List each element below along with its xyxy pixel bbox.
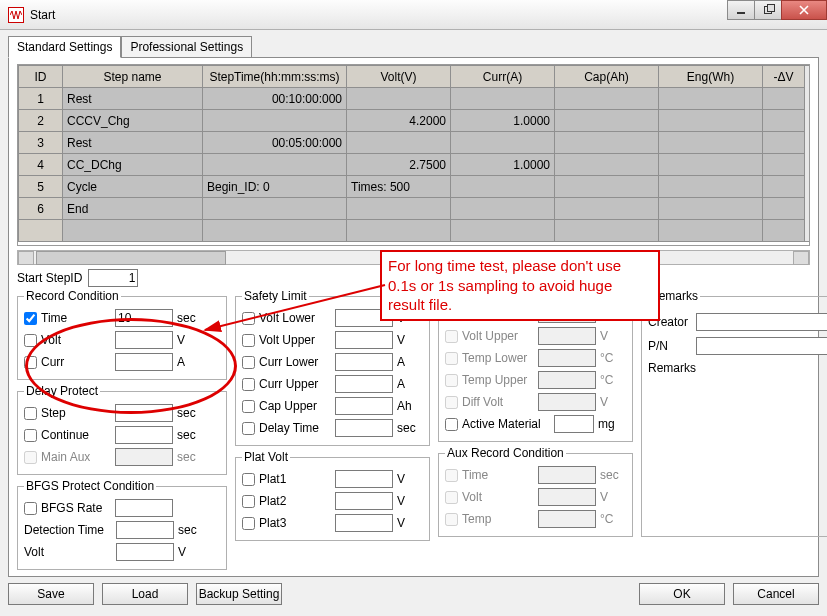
table-row xyxy=(19,220,811,242)
col-stepname[interactable]: Step name xyxy=(63,66,203,88)
load-button[interactable]: Load xyxy=(102,583,188,605)
plat-volt-group: Plat Volt Plat1V Plat2V Plat3V xyxy=(235,450,430,541)
record-curr-input[interactable] xyxy=(115,353,173,371)
aux-record-group: Aux Record Condition Timesec VoltV Temp°… xyxy=(438,446,633,537)
delay-mainaux-check xyxy=(24,451,37,464)
safety-voltupper-check[interactable] xyxy=(242,334,255,347)
pn-input[interactable] xyxy=(696,337,827,355)
record-time-input[interactable] xyxy=(115,309,173,327)
record-curr-check[interactable] xyxy=(24,356,37,369)
table-row: 1Rest00:10:00:000 xyxy=(19,88,811,110)
client-area: Standard Settings Professional Settings … xyxy=(0,30,827,616)
safety-currlower-input[interactable] xyxy=(335,353,393,371)
backup-setting-button[interactable]: Backup Setting xyxy=(196,583,282,605)
safety-capupper-check[interactable] xyxy=(242,400,255,413)
table-row: 3Rest00:05:00:000 xyxy=(19,132,811,154)
col-dv[interactable]: -ΔV xyxy=(763,66,805,88)
table-row: 6End xyxy=(19,198,811,220)
plat2-input[interactable] xyxy=(335,492,393,510)
record-condition-group: Record Condition Timesec VoltV CurrA xyxy=(17,289,227,380)
safety2-diffvolt-input xyxy=(538,393,596,411)
safety2-templower-check xyxy=(445,352,458,365)
maximize-button[interactable] xyxy=(754,0,782,20)
creator-input[interactable] xyxy=(696,313,827,331)
col-steptime[interactable]: StepTime(hh:mm:ss:ms) xyxy=(203,66,347,88)
tab-professional-settings[interactable]: Professional Settings xyxy=(121,36,252,58)
active-material-input[interactable] xyxy=(554,415,594,433)
safety2-voltupper-input xyxy=(538,327,596,345)
plat2-check[interactable] xyxy=(242,495,255,508)
col-id[interactable]: ID xyxy=(19,66,63,88)
start-stepid-input[interactable] xyxy=(88,269,138,287)
app-icon xyxy=(8,7,24,23)
minimize-button[interactable] xyxy=(727,0,755,20)
plat3-check[interactable] xyxy=(242,517,255,530)
active-material-check[interactable] xyxy=(445,418,458,431)
record-volt-check[interactable] xyxy=(24,334,37,347)
table-row: 2CCCV_Chg4.20001.0000 xyxy=(19,110,811,132)
titlebar: Start xyxy=(0,0,827,30)
aux-time-check xyxy=(445,469,458,482)
col-volt[interactable]: Volt(V) xyxy=(347,66,451,88)
start-stepid-label: Start StepID xyxy=(17,271,82,285)
record-volt-input[interactable] xyxy=(115,331,173,349)
delay-protect-group: Delay Protect Stepsec Continuesec Main A… xyxy=(17,384,227,475)
vertical-scrollbar[interactable] xyxy=(805,66,811,242)
table-row: 5CycleBegin_ID: 0Times: 500 xyxy=(19,176,811,198)
safety-currupper-input[interactable] xyxy=(335,375,393,393)
safety2-diffvolt-check xyxy=(445,396,458,409)
aux-time-input xyxy=(538,466,596,484)
safety-delaytime-input[interactable] xyxy=(335,419,393,437)
safety2-voltupper-check xyxy=(445,330,458,343)
aux-temp-input xyxy=(538,510,596,528)
step-table: ID Step name StepTime(hh:mm:ss:ms) Volt(… xyxy=(17,64,810,246)
aux-volt-check xyxy=(445,491,458,504)
safety2-tempupper-input xyxy=(538,371,596,389)
safety2-templower-input xyxy=(538,349,596,367)
delay-step-input[interactable] xyxy=(115,404,173,422)
annotation-callout: For long time test, please don't use 0.1… xyxy=(380,250,660,321)
safety2-tempupper-check xyxy=(445,374,458,387)
bfgs-rate-input[interactable] xyxy=(115,499,173,517)
aux-temp-check xyxy=(445,513,458,526)
remarks-group: Remarks Creator P/N Remarks xyxy=(641,289,827,537)
delay-continue-check[interactable] xyxy=(24,429,37,442)
delay-step-check[interactable] xyxy=(24,407,37,420)
safety-currupper-check[interactable] xyxy=(242,378,255,391)
record-time-check[interactable] xyxy=(24,312,37,325)
window-title: Start xyxy=(30,8,55,22)
col-curr[interactable]: Curr(A) xyxy=(451,66,555,88)
safety-currlower-check[interactable] xyxy=(242,356,255,369)
safety-delaytime-check[interactable] xyxy=(242,422,255,435)
bfgs-rate-check[interactable] xyxy=(24,502,37,515)
bfgs-volt-input[interactable] xyxy=(116,543,174,561)
delay-continue-input[interactable] xyxy=(115,426,173,444)
cancel-button[interactable]: Cancel xyxy=(733,583,819,605)
bfgs-group: BFGS Protect Condition BFGS Rate Detecti… xyxy=(17,479,227,570)
plat1-check[interactable] xyxy=(242,473,255,486)
safety-voltlower-check[interactable] xyxy=(242,312,255,325)
col-eng[interactable]: Eng(Wh) xyxy=(659,66,763,88)
safety-voltupper-input[interactable] xyxy=(335,331,393,349)
ok-button[interactable]: OK xyxy=(639,583,725,605)
table-row: 4CC_DChg2.75001.0000 xyxy=(19,154,811,176)
start-window: Start Standard Settings Professional Set… xyxy=(0,0,827,616)
tab-standard-settings[interactable]: Standard Settings xyxy=(8,36,121,58)
delay-mainaux-input xyxy=(115,448,173,466)
safety-capupper-input[interactable] xyxy=(335,397,393,415)
aux-volt-input xyxy=(538,488,596,506)
close-button[interactable] xyxy=(781,0,827,20)
plat3-input[interactable] xyxy=(335,514,393,532)
bfgs-detection-input[interactable] xyxy=(116,521,174,539)
save-button[interactable]: Save xyxy=(8,583,94,605)
col-cap[interactable]: Cap(Ah) xyxy=(555,66,659,88)
plat1-input[interactable] xyxy=(335,470,393,488)
